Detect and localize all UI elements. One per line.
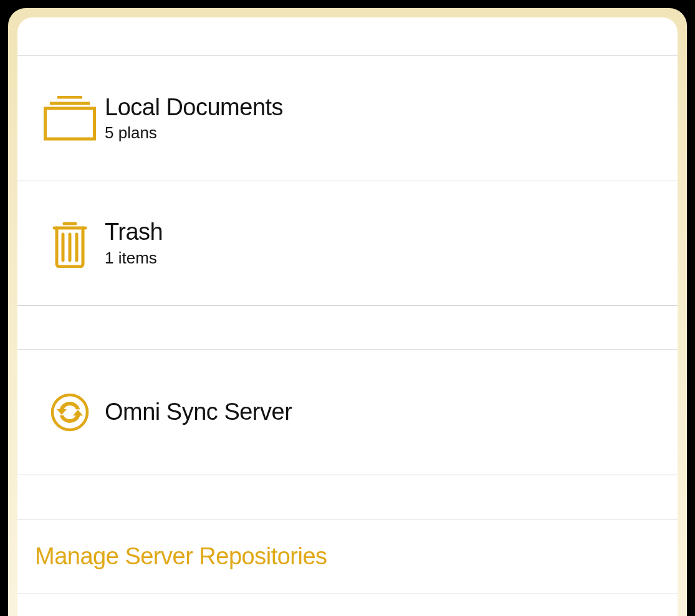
header bbox=[17, 17, 678, 56]
trash-subtitle: 1 items bbox=[105, 249, 660, 268]
sync-icon bbox=[50, 393, 89, 432]
section-spacer bbox=[17, 306, 678, 350]
local-subtitle: 5 plans bbox=[105, 123, 660, 143]
trash-icon bbox=[50, 219, 89, 268]
row-trash[interactable]: Trash 1 items bbox=[17, 181, 678, 305]
row-omni-sync-server[interactable]: Omni Sync Server bbox=[17, 350, 678, 475]
row-local-documents[interactable]: Local Documents 5 plans bbox=[17, 56, 678, 181]
trash-title: Trash bbox=[105, 219, 660, 246]
folder-stack-icon bbox=[44, 96, 96, 141]
manage-server-repositories-link[interactable]: Manage Server Repositories bbox=[17, 519, 678, 594]
svg-point-6 bbox=[52, 395, 87, 430]
svg-rect-2 bbox=[46, 108, 95, 139]
local-title: Local Documents bbox=[105, 94, 660, 121]
manage-link-label: Manage Server Repositories bbox=[35, 543, 327, 570]
section-spacer-2 bbox=[17, 475, 678, 519]
locations-card: Local Documents 5 plans bbox=[17, 17, 678, 616]
sync-title: Omni Sync Server bbox=[105, 399, 660, 426]
